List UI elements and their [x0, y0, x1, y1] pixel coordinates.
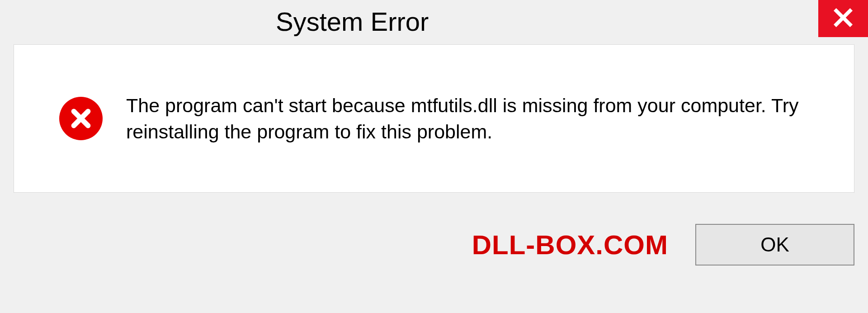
footer: DLL-BOX.COM OK	[0, 193, 868, 297]
titlebar: System Error	[0, 0, 868, 44]
watermark-text: DLL-BOX.COM	[472, 229, 668, 261]
dialog-title: System Error	[276, 0, 429, 37]
content-panel: The program can't start because mtfutils…	[14, 44, 854, 193]
error-message: The program can't start because mtfutils…	[126, 92, 822, 145]
ok-button-label: OK	[760, 233, 789, 256]
close-button[interactable]	[818, 0, 868, 37]
error-icon	[59, 97, 103, 140]
close-icon	[833, 7, 854, 30]
ok-button[interactable]: OK	[695, 224, 854, 266]
